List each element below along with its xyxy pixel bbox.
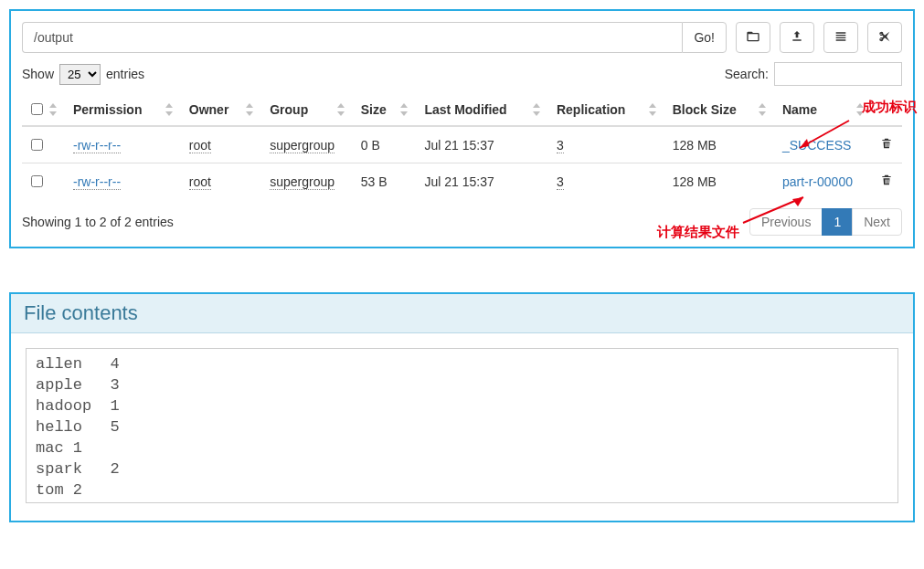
entries-label: entries xyxy=(106,67,144,81)
list-button[interactable] xyxy=(823,22,858,53)
table-row: -rw-r--r-- root supergroup 0 B Jul 21 15… xyxy=(22,126,902,163)
permission-cell[interactable]: -rw-r--r-- xyxy=(73,138,121,153)
sort-icon xyxy=(533,103,542,116)
page-1-button[interactable]: 1 xyxy=(822,208,853,236)
path-input-group: Go! xyxy=(22,22,727,53)
table-footer: Showing 1 to 2 of 2 entries Previous 1 N… xyxy=(22,208,902,236)
owner-cell[interactable]: root xyxy=(189,174,211,190)
col-replication[interactable]: Replication xyxy=(557,102,625,117)
path-input[interactable] xyxy=(22,22,682,53)
sort-icon xyxy=(337,103,346,116)
file-table: Permission Owner Group Size Last Modifie… xyxy=(22,93,902,199)
blocksize-cell: 128 MB xyxy=(667,126,777,163)
col-blocksize[interactable]: Block Size xyxy=(673,102,737,117)
col-name[interactable]: Name xyxy=(782,102,817,117)
sort-icon xyxy=(649,103,658,116)
showing-info: Showing 1 to 2 of 2 entries xyxy=(22,215,174,229)
folder-open-icon xyxy=(746,29,760,47)
top-toolbar: Go! xyxy=(22,22,902,53)
page-size-control: Show 25 entries xyxy=(22,64,144,85)
col-modified[interactable]: Last Modified xyxy=(424,102,506,117)
page-size-select[interactable]: 25 xyxy=(59,64,101,85)
col-owner[interactable]: Owner xyxy=(189,102,229,117)
cut-button[interactable] xyxy=(867,22,902,53)
col-permission[interactable]: Permission xyxy=(73,102,142,117)
sort-icon xyxy=(246,103,255,116)
sort-icon xyxy=(759,103,768,116)
group-cell[interactable]: supergroup xyxy=(270,138,335,153)
scissors-icon xyxy=(877,29,892,47)
modified-cell: Jul 21 15:37 xyxy=(419,163,551,200)
next-page-button[interactable]: Next xyxy=(852,208,902,236)
search-label: Search: xyxy=(725,67,769,81)
upload-icon xyxy=(790,29,804,47)
file-name-link[interactable]: _SUCCESS xyxy=(782,138,851,153)
sort-icon xyxy=(856,103,866,116)
prev-page-button[interactable]: Previous xyxy=(749,208,823,236)
file-name-link[interactable]: part-r-00000 xyxy=(782,174,853,189)
col-size[interactable]: Size xyxy=(361,102,387,117)
file-contents-panel: File contents xyxy=(9,292,915,522)
replication-cell[interactable]: 3 xyxy=(557,138,564,153)
row-checkbox[interactable] xyxy=(31,139,43,151)
select-all-checkbox[interactable] xyxy=(31,103,43,115)
show-label: Show xyxy=(22,67,54,81)
sort-icon xyxy=(400,103,409,116)
file-contents-textarea[interactable] xyxy=(26,348,898,503)
permission-cell[interactable]: -rw-r--r-- xyxy=(73,174,121,190)
pagination: Previous 1 Next xyxy=(750,208,902,236)
modified-cell: Jul 21 15:37 xyxy=(419,126,551,163)
search-control: Search: xyxy=(725,62,902,86)
size-cell: 0 B xyxy=(356,126,420,163)
list-icon xyxy=(834,29,848,47)
sort-icon xyxy=(49,103,58,116)
open-folder-button[interactable] xyxy=(736,22,770,53)
replication-cell[interactable]: 3 xyxy=(557,174,564,190)
blocksize-cell: 128 MB xyxy=(667,163,777,200)
size-cell: 53 B xyxy=(356,163,420,200)
delete-button[interactable] xyxy=(880,175,893,190)
go-button[interactable]: Go! xyxy=(682,22,727,53)
trash-icon xyxy=(880,139,893,153)
sort-icon xyxy=(165,103,175,116)
table-controls: Show 25 entries Search: xyxy=(22,62,902,86)
owner-cell[interactable]: root xyxy=(189,138,211,153)
table-row: -rw-r--r-- root supergroup 53 B Jul 21 1… xyxy=(22,163,902,200)
col-group[interactable]: Group xyxy=(270,102,308,117)
search-input[interactable] xyxy=(774,62,902,86)
upload-button[interactable] xyxy=(780,22,814,53)
trash-icon xyxy=(880,175,893,190)
delete-button[interactable] xyxy=(880,139,893,153)
row-checkbox[interactable] xyxy=(31,175,43,187)
group-cell[interactable]: supergroup xyxy=(270,174,335,190)
file-browser-panel: Go! Show 25 entri xyxy=(9,9,915,248)
file-contents-header: File contents xyxy=(11,294,913,333)
